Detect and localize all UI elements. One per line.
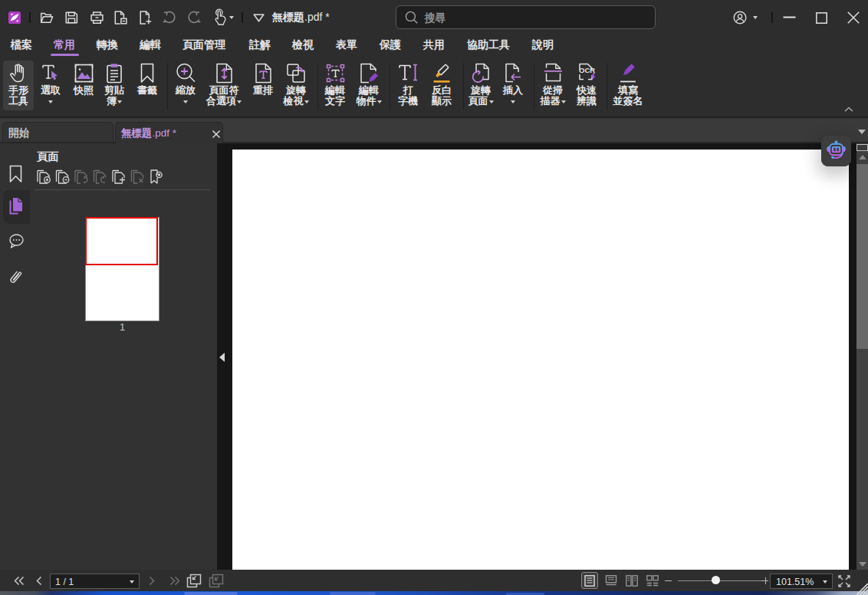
svg-text:OCR: OCR [579,66,595,74]
